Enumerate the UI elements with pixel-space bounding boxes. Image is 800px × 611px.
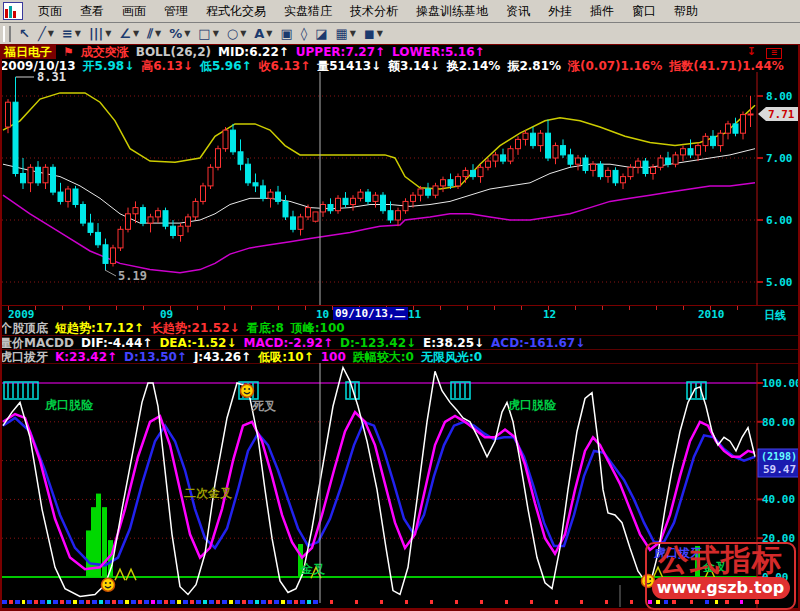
ellipse-tool-button[interactable]: ○▼	[224, 25, 250, 43]
trendline-tool-button[interactable]: ╱▼	[35, 25, 57, 43]
mini-indicator-dash	[40, 600, 45, 604]
svg-text:(2198): (2198)	[761, 451, 797, 462]
delete-drawing-tool-icon: ◪	[315, 26, 327, 41]
menu-item-6[interactable]: 技术分析	[341, 1, 407, 22]
crosshair-date-highlight: 09/10/13,二	[333, 307, 408, 320]
segment-5: 100	[321, 350, 346, 364]
date-tick	[737, 306, 738, 310]
date-tick	[35, 306, 36, 310]
mini-indicator-dash	[15, 600, 20, 604]
delete-drawing-tool-button[interactable]: ◪	[312, 25, 330, 43]
mini-indicator-dash	[235, 600, 240, 604]
boll-upper: UPPER:7.27↑	[296, 45, 385, 59]
mini-indicator-dash	[261, 600, 266, 604]
mini-indicator-dash	[73, 600, 77, 604]
mini-indicator-dash	[66, 600, 71, 604]
green-signal-bar	[91, 507, 96, 577]
menu-item-4[interactable]: 程式化交易	[197, 1, 275, 22]
chart-annotation: 虎口脱险	[44, 398, 94, 412]
mini-indicator-dash	[118, 600, 123, 604]
mini-indicator-dash	[480, 600, 483, 604]
watermark-url-link[interactable]: www.gszb.top	[652, 577, 790, 599]
x-axis-label: 2010	[698, 308, 725, 321]
save-tool-icon: ◼	[364, 26, 375, 41]
menu-item-7[interactable]: 操盘训练基地	[407, 1, 497, 22]
mini-indicator-dash	[530, 600, 533, 604]
mini-indicator-dash	[131, 600, 136, 604]
watermark-box: 公式指标 www.gszb.top	[645, 542, 796, 610]
menu-item-1[interactable]: 查看	[71, 1, 113, 22]
menu-item-9[interactable]: 外挂	[539, 1, 581, 22]
date-tick	[440, 306, 441, 310]
mini-indicator-dash	[157, 600, 162, 604]
menu-item-3[interactable]: 管理	[155, 1, 197, 22]
amount-value: 额3.14↓	[388, 59, 440, 72]
cursor-tool-icon: ↖	[19, 26, 30, 41]
palette-tool-button[interactable]: ▦▼	[333, 25, 359, 43]
mini-indicator-dash	[138, 600, 142, 604]
date-tick	[62, 306, 63, 310]
eraser-tool-button[interactable]: ◊	[298, 25, 310, 43]
mini-indicator-dash	[580, 600, 583, 604]
gann-fan-tool-button[interactable]: ∠▼	[116, 25, 142, 43]
high-price-label: 8.31	[37, 72, 66, 84]
text-tool-button[interactable]: A▼	[251, 25, 275, 43]
mini-indicator-dash	[47, 600, 51, 604]
app-logo-icon	[3, 2, 23, 20]
menu-item-8[interactable]: 资讯	[497, 1, 539, 22]
save-tool-button[interactable]: ◼▼	[361, 25, 386, 43]
vertical-lines-tool-button[interactable]: |||▼	[86, 25, 114, 43]
indicator-row-1[interactable]: 个股顶底短趋势:17.12↑长趋势:21.52↓看底:8顶峰:100	[0, 321, 800, 336]
y-axis-label: 8.00	[766, 90, 793, 103]
segment-2: D:13.50↑	[124, 350, 187, 364]
mini-indicator-dash	[79, 600, 84, 604]
mini-indicator-dash	[313, 600, 318, 604]
main-candlestick-chart[interactable]: 8.315.198.007.006.005.007.71	[0, 72, 800, 305]
segment-0: 量价MACDD	[0, 336, 74, 350]
menu-item-11[interactable]: 窗口	[623, 1, 665, 22]
mini-indicator-dash	[355, 600, 358, 604]
mini-indicator-dash	[268, 600, 272, 604]
rectangle-tool-button[interactable]: □▼	[195, 25, 221, 43]
segment-4: 顶峰:100	[291, 321, 345, 335]
indicator-row-2[interactable]: 量价MACDDDIF:-4.44↑DEA:-1.52↓MACD:-2.92↑D:…	[0, 336, 800, 350]
buy-triangle-marker	[126, 569, 136, 580]
menu-item-5[interactable]: 实盘猎庄	[275, 1, 341, 22]
mini-indicator-dash	[183, 600, 188, 604]
channel-tool-button[interactable]: ⫽▼	[144, 25, 164, 43]
menu-item-2[interactable]: 画面	[113, 1, 155, 22]
j-line	[3, 367, 755, 596]
mini-indicator-dash	[307, 600, 311, 604]
date-tick	[197, 306, 198, 310]
anchor-icon[interactable]: ↧	[747, 45, 756, 58]
date-tick	[575, 306, 576, 310]
x-axis-label: 2009	[8, 308, 35, 321]
segment-5: E:38.25↓	[423, 336, 484, 350]
boll-mid-line	[3, 149, 755, 223]
copy-tool-button[interactable]: ▣	[278, 25, 296, 43]
date-tick	[656, 306, 657, 310]
eraser-tool-icon: ◊	[301, 26, 307, 41]
candles	[6, 77, 754, 270]
indicator-row-3[interactable]: 虎口拔牙K:23.42↑D:13.50↑J:43.26↑低吸:10↑100跌幅较…	[0, 350, 800, 364]
stock-name: 福日电子	[0, 45, 56, 59]
x-axis-label: 11	[408, 308, 421, 321]
menu-item-12[interactable]: 帮助	[665, 1, 707, 22]
segment-0: 个股顶底	[0, 321, 48, 335]
menu-item-10[interactable]: 插件	[581, 1, 623, 22]
mini-indicator-dash	[222, 600, 227, 604]
mini-indicator-dash	[555, 600, 558, 604]
percent-line-tool-button[interactable]: %▼	[166, 25, 193, 43]
percent-line-tool-icon: %	[169, 26, 182, 41]
multi-line-tool-button[interactable]: ≡▼	[59, 25, 84, 43]
mini-indicator-dash	[170, 600, 175, 604]
volume-value: 量51413↓	[317, 59, 381, 72]
mini-chart-icon[interactable]: ≡	[766, 48, 782, 59]
boll-mid: MID:6.22↑	[218, 45, 289, 59]
toolbar-handle[interactable]	[3, 26, 11, 42]
date-tick	[467, 306, 468, 310]
cursor-tool-button[interactable]: ↖	[16, 25, 33, 43]
change-value: 涨(0.07)1.16%	[568, 59, 662, 72]
menu-item-0[interactable]: 页面	[29, 1, 71, 22]
mini-indicator-dash	[380, 600, 383, 604]
